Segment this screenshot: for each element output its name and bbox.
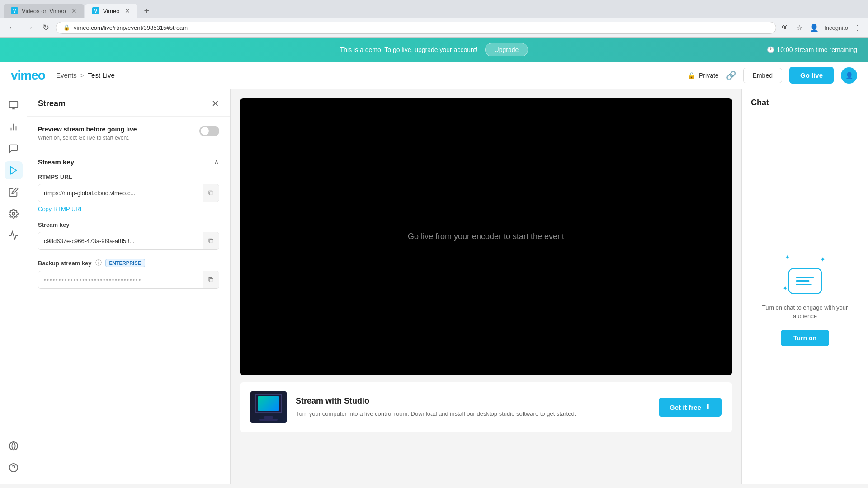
backup-key-input-group: ⧉: [38, 271, 219, 289]
nav-chat-icon[interactable]: [5, 140, 23, 158]
go-live-button[interactable]: Go live: [789, 67, 834, 84]
extensions-button[interactable]: 👁: [780, 22, 791, 33]
nav-stream-icon[interactable]: [5, 161, 23, 179]
preview-toggle[interactable]: [199, 126, 219, 136]
nav-settings-icon[interactable]: [5, 205, 23, 223]
rtmps-input[interactable]: [38, 185, 203, 201]
nav-edit-icon[interactable]: [5, 183, 23, 201]
backup-key-copy-button[interactable]: ⧉: [203, 271, 219, 288]
stream-time: 🕐 10:00 stream time remaining: [575, 46, 857, 53]
body-layout: Stream ✕ Preview stream before going liv…: [0, 89, 868, 484]
preview-section: Preview stream before going live When on…: [27, 117, 230, 150]
forward-button[interactable]: →: [23, 21, 36, 34]
chat-panel: Chat ✦ ✦ ✦ Turn on chat to engage wit: [741, 89, 868, 484]
rtmps-input-group: ⧉: [38, 184, 219, 202]
backup-key-label: Backup stream key: [38, 260, 92, 267]
video-container: Go live from your encoder to start the e…: [240, 98, 732, 375]
breadcrumb: Events > Test Live: [56, 71, 115, 79]
banner-message: This is a demo. To go live, upgrade your…: [340, 46, 478, 53]
stream-panel-header: Stream ✕: [27, 89, 230, 117]
chat-line-2: [796, 280, 810, 282]
stream-time-text: 10:00 stream time remaining: [777, 46, 857, 53]
tab-favicon-2: V: [92, 7, 99, 14]
upgrade-button[interactable]: Upgrade: [485, 43, 528, 56]
nav-globe-icon[interactable]: [5, 437, 23, 455]
tab-favicon-1: V: [11, 7, 18, 14]
embed-button[interactable]: Embed: [743, 68, 782, 83]
svg-rect-0: [9, 102, 17, 108]
top-nav: vimeo Events > Test Live 🔒 Private 🔗 Emb…: [0, 62, 868, 89]
address-text: vimeo.com/live/rtmp/event/3985315#stream: [74, 24, 188, 31]
vimeo-logo: vimeo: [11, 68, 45, 83]
svg-point-7: [12, 212, 15, 215]
svg-marker-6: [10, 167, 16, 174]
tab-close-2[interactable]: ✕: [125, 7, 130, 14]
browser-chrome: V Videos on Vimeo ✕ V Vimeo ✕ + ← → ↻ 🔒 …: [0, 0, 868, 38]
studio-title: Stream with Studio: [296, 396, 650, 406]
stream-key-title: Stream key: [38, 158, 74, 166]
stream-key-header[interactable]: Stream key ∧: [38, 158, 219, 166]
stream-key-copy-button[interactable]: ⧉: [203, 232, 219, 249]
new-tab-button[interactable]: +: [140, 4, 153, 18]
preview-title: Preview stream before going live: [38, 126, 137, 133]
stream-panel-close-button[interactable]: ✕: [212, 98, 219, 109]
nav-analytics-icon[interactable]: [5, 118, 23, 136]
chat-lines: [796, 277, 814, 285]
tab-vimeo[interactable]: V Vimeo ✕: [85, 4, 138, 18]
backup-key-input[interactable]: [38, 272, 203, 288]
breadcrumb-current: Test Live: [88, 71, 115, 79]
address-bar[interactable]: 🔒 vimeo.com/live/rtmp/event/3985315#stre…: [56, 22, 776, 34]
nav-analytics2-icon[interactable]: [5, 226, 23, 244]
link-button[interactable]: 🔗: [726, 70, 736, 80]
nav-help-icon[interactable]: [5, 459, 23, 477]
chat-empty-text: Turn on chat to engage with your audienc…: [751, 303, 859, 321]
private-label: Private: [699, 72, 719, 79]
backup-key-row: Backup stream key ⓘ ENTERPRISE: [38, 259, 219, 267]
clock-icon: 🕐: [767, 46, 774, 53]
back-button[interactable]: ←: [5, 21, 19, 34]
chat-line-1: [796, 277, 814, 278]
video-placeholder-text: Go live from your encoder to start the e…: [408, 232, 564, 241]
stream-key-section: Stream key ∧ RTMPS URL ⧉ Copy RTMP URL S…: [27, 150, 230, 300]
profile-button[interactable]: 👤: [808, 22, 821, 34]
nav-video-icon[interactable]: [5, 96, 23, 114]
enterprise-badge: ENTERPRISE: [105, 259, 145, 267]
main-content: Go live from your encoder to start the e…: [231, 89, 741, 484]
studio-info: Stream with Studio Turn your computer in…: [296, 396, 650, 418]
turn-on-chat-button[interactable]: Turn on: [781, 330, 829, 346]
demo-banner: This is a demo. To go live, upgrade your…: [0, 38, 868, 62]
app-container: This is a demo. To go live, upgrade your…: [0, 38, 868, 484]
chat-empty-state: ✦ ✦ ✦ Turn on chat to engage with your a…: [742, 115, 868, 484]
stream-panel-title: Stream: [38, 99, 66, 108]
menu-button[interactable]: ⋮: [852, 22, 863, 34]
rtmps-copy-button[interactable]: ⧉: [203, 184, 219, 202]
studio-card: Stream with Studio Turn your computer in…: [240, 382, 732, 432]
video-placeholder: Go live from your encoder to start the e…: [240, 98, 732, 375]
stream-panel: Stream ✕ Preview stream before going liv…: [27, 89, 231, 484]
private-button[interactable]: 🔒 Private: [688, 72, 719, 79]
preview-text: Preview stream before going live When on…: [38, 126, 137, 141]
tab-videos-on-vimeo[interactable]: V Videos on Vimeo ✕: [4, 4, 84, 18]
nav-right: 👁 ☆ 👤 Incognito ⋮: [780, 22, 863, 34]
backup-info-icon[interactable]: ⓘ: [95, 259, 102, 267]
chat-line-3: [796, 284, 812, 285]
tab-bar: V Videos on Vimeo ✕ V Vimeo ✕ +: [0, 0, 868, 18]
sparkle-icon-tl: ✦: [785, 253, 790, 261]
banner-center: This is a demo. To go live, upgrade your…: [293, 43, 575, 56]
sparkle-icon-tr: ✦: [820, 256, 826, 263]
top-nav-right: 🔒 Private 🔗 Embed Go live 👤: [688, 67, 857, 84]
get-it-free-label: Get it free: [670, 404, 701, 411]
refresh-button[interactable]: ↻: [40, 21, 52, 34]
user-avatar[interactable]: 👤: [841, 67, 857, 84]
stream-key-input-group: ⧉: [38, 232, 219, 250]
bookmark-button[interactable]: ☆: [794, 22, 804, 34]
get-it-free-button[interactable]: Get it free ⬇: [659, 398, 722, 417]
copy-rtmp-link[interactable]: Copy RTMP URL: [38, 206, 219, 212]
chat-icon-container: ✦ ✦ ✦: [783, 253, 828, 294]
chat-bubble-icon: [788, 268, 822, 294]
stream-key-input[interactable]: [38, 233, 203, 249]
lock-icon: 🔒: [688, 72, 695, 79]
backup-key-section: Backup stream key ⓘ ENTERPRISE ⧉: [38, 259, 219, 289]
tab-close-1[interactable]: ✕: [71, 7, 77, 14]
breadcrumb-events[interactable]: Events: [56, 71, 77, 79]
